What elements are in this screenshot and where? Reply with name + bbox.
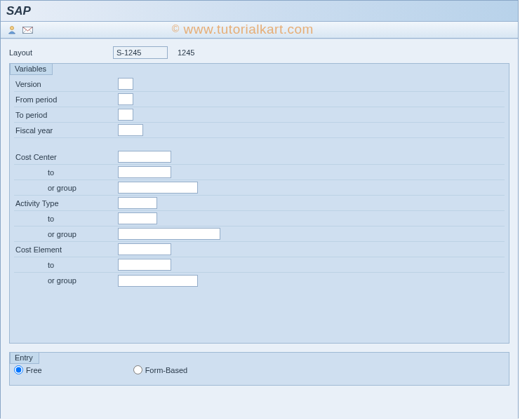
variables-title: Variables	[10, 63, 53, 75]
activity-type-group-row: or group	[14, 226, 505, 242]
to-period-label: To period	[14, 111, 118, 119]
entry-group: Entry Free Form-Based	[9, 352, 509, 386]
layout-label: Layout	[9, 48, 113, 57]
entry-form-radio[interactable]	[133, 365, 142, 374]
layout-input[interactable]	[113, 46, 168, 59]
fiscal-year-row: Fiscal year	[14, 123, 505, 138]
at-group-input[interactable]	[118, 228, 220, 240]
version-row: Version	[14, 76, 505, 92]
fiscal-year-label: Fiscal year	[14, 126, 118, 135]
variables-group: Variables Version From period To period …	[9, 63, 509, 344]
toolbar: © www.tutorialkart.com	[1, 22, 518, 39]
to-period-row: To period	[14, 107, 505, 123]
from-period-row: From period	[14, 92, 505, 107]
entry-form-label: Form-Based	[145, 366, 188, 374]
cc-to-input[interactable]	[118, 166, 171, 178]
ce-group-input[interactable]	[118, 275, 198, 287]
cost-element-row: Cost Element	[14, 242, 505, 257]
to-period-input[interactable]	[118, 109, 133, 121]
cost-center-row: Cost Center	[14, 149, 505, 165]
at-to-input[interactable]	[118, 212, 157, 224]
cost-center-label: Cost Center	[14, 153, 118, 161]
entry-free-row[interactable]: Free	[14, 365, 42, 374]
cost-element-to-row: to	[14, 257, 505, 273]
copyright-icon: ©	[172, 23, 180, 34]
person-icon[interactable]	[6, 25, 18, 36]
cost-center-to-row: to	[14, 165, 505, 180]
entry-free-label: Free	[26, 366, 42, 374]
fiscal-year-input[interactable]	[118, 124, 143, 136]
entry-free-radio[interactable]	[14, 365, 23, 374]
cost-center-input[interactable]	[118, 151, 171, 163]
entry-form-row[interactable]: Form-Based	[133, 365, 188, 374]
entry-title: Entry	[10, 352, 39, 364]
ce-group-label: or group	[14, 276, 118, 285]
activity-type-to-row: to	[14, 211, 505, 226]
app-title: SAP	[6, 4, 31, 18]
svg-point-0	[11, 26, 14, 29]
version-input[interactable]	[118, 78, 133, 90]
at-to-label: to	[14, 215, 118, 223]
at-group-label: or group	[14, 230, 118, 238]
cost-element-group-row: or group	[14, 273, 505, 288]
cc-group-input[interactable]	[118, 182, 198, 194]
titlebar: SAP	[1, 1, 518, 22]
entry-body: Free Form-Based	[10, 353, 509, 379]
cost-element-label: Cost Element	[14, 245, 118, 254]
cc-to-label: to	[14, 168, 118, 177]
activity-type-row: Activity Type	[14, 196, 505, 211]
envelope-icon[interactable]	[22, 25, 33, 36]
layout-row: Layout 1245	[9, 45, 509, 60]
from-period-label: From period	[14, 95, 118, 104]
activity-type-input[interactable]	[118, 197, 157, 209]
from-period-input[interactable]	[118, 93, 133, 105]
activity-type-label: Activity Type	[14, 199, 118, 208]
sap-window: SAP © www.tutorialkart.com Layout 1245	[0, 0, 519, 419]
ce-to-label: to	[14, 261, 118, 269]
cost-center-group-row: or group	[14, 180, 505, 196]
version-label: Version	[14, 80, 118, 88]
ce-to-input[interactable]	[118, 259, 171, 271]
variables-body: Version From period To period Fiscal yea…	[10, 64, 509, 295]
cost-element-input[interactable]	[118, 243, 171, 255]
layout-desc: 1245	[178, 48, 194, 57]
watermark: © www.tutorialkart.com	[172, 22, 314, 37]
main-area: Layout 1245 Variables Version From perio…	[1, 39, 518, 419]
cc-group-label: or group	[14, 184, 118, 192]
spacer	[14, 138, 505, 149]
